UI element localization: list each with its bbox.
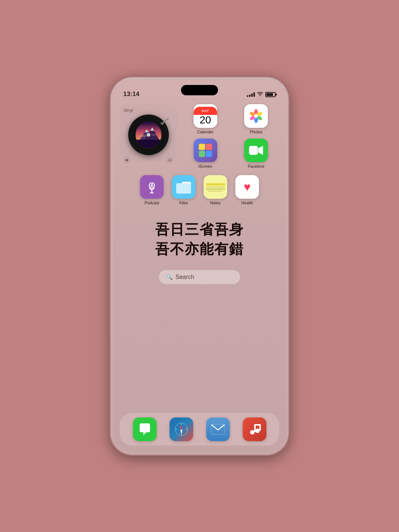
podcast-app-container: Podcast [140,175,164,205]
files-icon-svg [175,180,192,194]
widget-row: Vinyl [120,104,279,168]
calendar-app[interactable]: SAT 20 [194,104,217,128]
photos-app[interactable] [244,104,268,128]
photos-label: Photos [250,130,262,134]
chinese-line-2: 吾不亦能有錯 [127,239,272,259]
wifi-icon [257,92,263,98]
screen-content: Vinyl [113,100,286,452]
calendar-label: Calender [197,130,214,134]
calendar-day: SAT [202,109,209,113]
svg-marker-31 [180,429,183,434]
chinese-quote: 吾日三省吾身 吾不亦能有錯 [120,220,279,259]
facetime-app[interactable] [244,139,268,162]
dock [120,413,279,446]
svg-rect-41 [254,424,261,426]
svg-rect-21 [249,146,258,155]
vinyl-disc-area [123,115,173,155]
svg-rect-28 [176,183,191,194]
music-dock-app[interactable] [243,417,266,441]
health-label: Health [241,201,253,205]
svg-rect-20 [206,151,212,157]
svg-rect-17 [199,144,205,150]
photos-icon-svg [248,108,264,124]
svg-point-9 [151,134,157,136]
music-icon-svg [248,423,261,436]
notes-app-container: Notes [204,175,227,205]
photos-app-container: Photos [233,104,280,134]
vinyl-control-left[interactable]: ⊕ [123,157,130,163]
svg-point-38 [255,429,260,433]
phone-frame: 13:14 [111,78,288,454]
svg-marker-22 [258,146,263,155]
search-bar[interactable]: 🔍 Search [159,270,240,284]
status-time: 13:14 [123,91,139,98]
notes-label: Notes [210,201,221,205]
iscreen-label: iScreen [198,164,212,168]
health-app-container: ♥ Health [235,175,259,205]
files-app-container: Files [172,175,195,205]
calendar-app-container: SAT 20 Calender [182,104,229,134]
signal-icon [247,92,255,97]
search-label: Search [175,274,194,280]
vinyl-controls: ⊕ ▭ [123,157,173,163]
messages-icon-svg [138,423,151,436]
dynamic-island [181,85,218,95]
files-label: Files [179,201,188,205]
svg-rect-18 [206,144,212,150]
podcast-app[interactable] [140,175,164,199]
facetime-app-container: Facetime [233,139,280,168]
svg-point-24 [151,184,153,187]
mail-icon-svg [211,424,225,435]
safari-icon-svg [174,422,188,436]
battery-icon [265,92,276,97]
svg-rect-7 [136,140,161,148]
notes-app[interactable] [204,175,227,199]
podcast-icon-svg [144,180,159,194]
svg-marker-30 [180,424,183,429]
app-grid-top: SAT 20 Calender [182,104,279,168]
phone-screen: 13:14 [113,80,286,452]
app-row-2: Podcast Files [120,175,279,205]
facetime-label: Facetime [248,164,265,168]
safari-dock-app[interactable] [170,417,193,441]
svg-rect-19 [199,151,205,157]
messages-dock-app[interactable] [133,417,157,441]
vinyl-control-right[interactable]: ▭ [167,157,173,163]
vinyl-widget[interactable]: Vinyl [120,104,177,161]
search-icon: 🔍 [166,274,173,280]
svg-point-8 [139,135,147,137]
chinese-line-1: 吾日三省吾身 [127,220,272,239]
health-app[interactable]: ♥ [235,175,259,199]
calendar-header: SAT [194,107,217,115]
vinyl-label: Vinyl [123,108,173,113]
calendar-date: 20 [200,115,211,125]
podcast-label: Podcast [144,201,159,205]
facetime-icon-svg [249,145,263,156]
svg-point-16 [254,114,258,118]
status-right [247,92,276,98]
vinyl-disc [128,115,169,155]
mail-dock-app[interactable] [206,417,230,441]
health-heart-icon: ♥ [244,180,251,194]
iscreen-app-container: iScreen [182,139,229,168]
files-app[interactable] [172,175,195,199]
svg-point-37 [250,430,255,434]
iscreen-app[interactable] [194,139,217,162]
iscreen-icon-svg [197,142,214,158]
